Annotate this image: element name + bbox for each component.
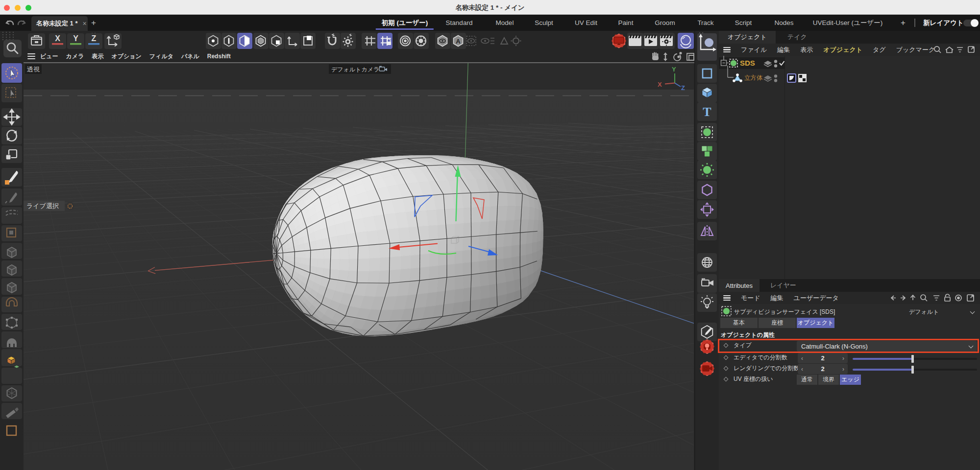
svg-text:透視: 透視 [27, 66, 40, 73]
svg-text:X: X [55, 34, 60, 43]
svg-text:Y: Y [672, 66, 676, 73]
svg-text:立方体: 立方体 [744, 74, 763, 81]
svg-text:A: A [456, 38, 461, 45]
svg-text:SDS: SDS [740, 59, 755, 67]
svg-text:X: X [658, 81, 662, 88]
svg-text:Z: Z [92, 34, 97, 43]
svg-text:Z: Z [681, 84, 685, 92]
svg-text:ライブ選択: ライブ選択 [26, 202, 59, 210]
svg-text:デフォルトカメラ: デフォルトカメラ [331, 66, 379, 73]
svg-text:Y: Y [73, 34, 78, 43]
svg-text:T: T [703, 105, 711, 119]
